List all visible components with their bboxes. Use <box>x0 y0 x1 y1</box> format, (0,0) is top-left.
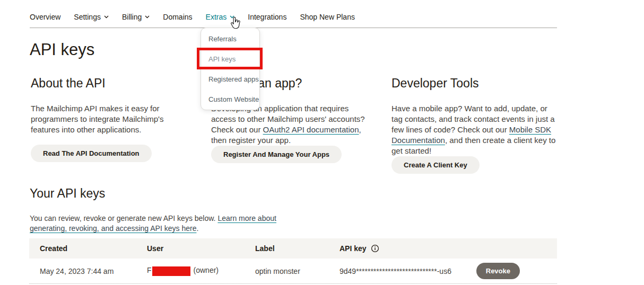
column-header-api-key: API key <box>340 244 483 253</box>
section-title: Developer Tools <box>391 76 557 91</box>
read-api-documentation-button[interactable]: Read The API Documentation <box>31 145 152 162</box>
your-api-keys-section: Your API keys You can review, revoke or … <box>30 186 280 234</box>
api-info-columns: About the API The Mailchimp API makes it… <box>31 76 557 162</box>
api-keys-table: Created User Label API key May 24, 2023 … <box>29 238 557 284</box>
nav-item-shop-new-plans[interactable]: Shop New Plans <box>300 13 355 21</box>
section-body: The Mailchimp API makes it easy for prog… <box>31 103 193 135</box>
api-key-cell: 9d49****************************-us6 <box>340 267 483 275</box>
user-cell: F(owner) <box>147 266 255 275</box>
dropdown-item-registered-apps[interactable]: Registered apps <box>201 69 259 89</box>
redaction-box <box>152 266 190 276</box>
column-header-user: User <box>147 244 255 253</box>
dropdown-item-referrals[interactable]: Referrals <box>201 29 259 49</box>
register-and-manage-apps-button[interactable]: Register And Manage Your Apps <box>211 146 342 163</box>
dropdown-item-api-keys[interactable]: API keys <box>201 49 259 69</box>
account-nav: Overview Settings Billing Domains Extras… <box>30 0 557 28</box>
nav-item-integrations[interactable]: Integrations <box>248 13 286 21</box>
action-cell: Revoke <box>483 263 557 279</box>
chevron-down-icon <box>145 15 150 19</box>
page-title: API keys <box>30 40 94 59</box>
create-a-client-key-button[interactable]: Create A Client Key <box>391 156 480 174</box>
section-about-the-api: About the API The Mailchimp API makes it… <box>31 76 193 162</box>
info-icon[interactable] <box>371 244 379 253</box>
section-developer-tools: Developer Tools Have a mobile app? Want … <box>391 76 557 162</box>
nav-item-settings[interactable]: Settings <box>74 13 109 21</box>
label-cell: optin monster <box>255 267 340 275</box>
column-header-label: Label <box>255 244 340 253</box>
column-header-created: Created <box>40 244 147 253</box>
your-api-keys-title: Your API keys <box>30 186 280 201</box>
extras-dropdown-menu: Referrals API keys Registered apps Custo… <box>201 28 260 110</box>
nav-item-extras[interactable]: Extras <box>206 13 235 21</box>
nav-item-billing[interactable]: Billing <box>122 13 150 21</box>
api-keys-page: Overview Settings Billing Domains Extras… <box>0 0 644 285</box>
oauth2-api-documentation-link[interactable]: OAuth2 API documentation <box>263 125 359 134</box>
revoke-button[interactable]: Revoke <box>476 263 520 279</box>
table-header-row: Created User Label API key <box>29 238 557 259</box>
nav-item-overview[interactable]: Overview <box>30 13 60 21</box>
chevron-down-icon <box>104 15 109 19</box>
nav-item-domains[interactable]: Domains <box>163 13 192 21</box>
section-body: Have a mobile app? Want to add, update, … <box>391 103 557 156</box>
created-cell: May 24, 2023 7:44 am <box>40 267 147 275</box>
your-api-keys-intro: You can review, revoke or generate new A… <box>30 213 280 234</box>
section-title: About the API <box>31 76 193 91</box>
chevron-down-icon <box>230 15 234 19</box>
dropdown-item-custom-website[interactable]: Custom Website <box>201 89 259 109</box>
table-row: May 24, 2023 7:44 am F(owner) optin mons… <box>29 259 557 284</box>
